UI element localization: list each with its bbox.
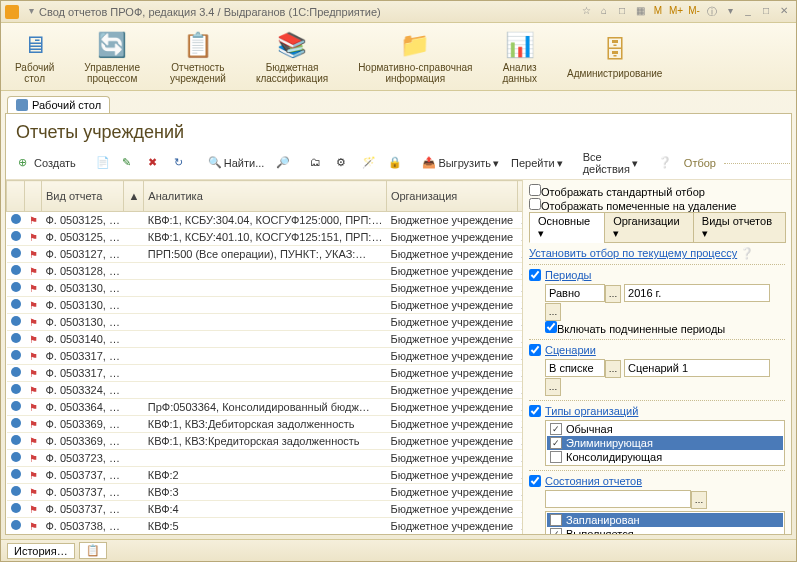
checkbox-icon[interactable] xyxy=(550,514,562,526)
table-row[interactable]: ⚑Ф. 0503127, …ПРП:500 (Все операции), ПУ… xyxy=(7,246,524,263)
show-std-filter[interactable]: Отображать стандартный отбор xyxy=(529,184,785,198)
titlebar-btn-2[interactable]: □ xyxy=(614,5,630,19)
main-menu-4[interactable]: 📁Нормативно-справочнаяинформация xyxy=(352,27,478,86)
table-row[interactable]: ⚑Ф. 0503369, …КВФ:1, КВЗ:Дебиторская зад… xyxy=(7,416,524,433)
tool4-button[interactable]: 🔒 xyxy=(384,154,406,172)
filter-tab-0[interactable]: Основные ▾ xyxy=(529,212,605,243)
titlebar-btn-3[interactable]: ▦ xyxy=(632,5,648,19)
main-menu-0[interactable]: 🖥Рабочийстол xyxy=(9,27,60,86)
table-row[interactable]: ⚑Ф. 0503737, …КВФ:2Бюджетное учреждение2… xyxy=(7,467,524,484)
states-checkbox[interactable] xyxy=(529,475,541,487)
periods-checkbox[interactable] xyxy=(529,269,541,281)
titlebar-btn-10[interactable]: □ xyxy=(758,5,774,19)
list-item[interactable]: ✓Выполняется xyxy=(547,527,783,534)
filter-tab-1[interactable]: Организации ▾ xyxy=(604,212,694,243)
main-menu-6[interactable]: 🗄Администрирование xyxy=(561,27,668,86)
col-1[interactable] xyxy=(25,181,42,212)
incl-sub-checkbox[interactable] xyxy=(545,321,557,333)
table-row[interactable]: ⚑Ф. 0503324, …Бюджетное учреждение2016 г… xyxy=(7,382,524,399)
table-row[interactable]: ⚑Ф. 0503723, …Бюджетное учреждение2016 г… xyxy=(7,450,524,467)
table-row[interactable]: ⚑Ф. 0503130, …Бюджетное учреждение2016 г… xyxy=(7,280,524,297)
period-op-dd[interactable]: … xyxy=(605,285,621,303)
titlebar-btn-6[interactable]: M- xyxy=(686,5,702,19)
copy-button[interactable]: 📄 xyxy=(92,154,114,172)
col-0[interactable] xyxy=(7,181,25,212)
table-row[interactable]: ⚑Ф. 0503364, …ПрФ:0503364, Консолидирова… xyxy=(7,399,524,416)
std-checkbox[interactable] xyxy=(529,184,541,196)
del-checkbox[interactable] xyxy=(529,198,541,210)
period-op-input[interactable] xyxy=(545,284,605,302)
titlebar-btn-0[interactable]: ☆ xyxy=(578,5,594,19)
tab-desktop[interactable]: Рабочий стол xyxy=(7,96,110,113)
col-3[interactable]: ▲ xyxy=(124,181,144,212)
titlebar-btn-1[interactable]: ⌂ xyxy=(596,5,612,19)
set-filter-link[interactable]: Установить отбор по текущему процессу xyxy=(529,247,737,259)
orgtypes-checkbox[interactable] xyxy=(529,405,541,417)
scen-checkbox[interactable] xyxy=(529,344,541,356)
table-row[interactable]: ⚑Ф. 0503369, …КВФ:1, КВЗ:Кредиторская за… xyxy=(7,433,524,450)
titlebar-btn-7[interactable]: ⓘ xyxy=(704,5,720,19)
scen-op-input[interactable] xyxy=(545,359,605,377)
titlebar-btn-8[interactable]: ▾ xyxy=(722,5,738,19)
tool1-button[interactable]: 🗂 xyxy=(306,154,328,172)
goto-button[interactable]: Перейти ▾ xyxy=(507,155,567,172)
help-button[interactable]: ❔ xyxy=(654,154,676,172)
table-row[interactable]: ⚑Ф. 0503128, …Бюджетное учреждение2016 г… xyxy=(7,263,524,280)
table-row[interactable]: ⚑Ф. 0503738, …КВФ:5Бюджетное учреждение2… xyxy=(7,518,524,535)
clear-search-button[interactable]: 🔎 xyxy=(272,154,294,172)
edit-button[interactable]: ✎ xyxy=(118,154,140,172)
table-row[interactable]: ⚑Ф. 0503737, …КВФ:3Бюджетное учреждение2… xyxy=(7,484,524,501)
col-5[interactable]: Организация xyxy=(386,181,517,212)
main-menu-5[interactable]: 📊Анализданных xyxy=(496,27,543,86)
scen-val-input[interactable] xyxy=(624,359,770,377)
list-item[interactable]: Консолидирующая xyxy=(547,450,783,464)
table-row[interactable]: ⚑Ф. 0503125, …КВФ:1, КСБУ:304.04, КОСГУФ… xyxy=(7,212,524,229)
table-row[interactable]: ⚑Ф. 0503140, …Бюджетное учреждение2016 г… xyxy=(7,331,524,348)
main-menu-1[interactable]: 🔄Управлениепроцессом xyxy=(78,27,146,86)
main-menu-3[interactable]: 📚Бюджетнаяклассификация xyxy=(250,27,334,86)
refresh-button[interactable]: ↻ xyxy=(170,154,192,172)
states-input[interactable] xyxy=(545,490,691,508)
table-row[interactable]: ⚑Ф. 0503737, …КВФ:4Бюджетное учреждение2… xyxy=(7,501,524,518)
table-row[interactable]: ⚑Ф. 0503130, …Бюджетное учреждение2016 г… xyxy=(7,314,524,331)
checkbox-icon[interactable]: ✓ xyxy=(550,423,562,435)
period-val-input[interactable] xyxy=(624,284,770,302)
reports-grid[interactable]: Вид отчета▲АналитикаОрганизацияПериод от… xyxy=(6,180,523,534)
titlebar-btn-4[interactable]: M xyxy=(650,5,666,19)
states-dd[interactable]: … xyxy=(691,491,707,509)
table-row[interactable]: ⚑Ф. 0503317, …Бюджетное учреждение2016 г… xyxy=(7,365,524,382)
help-icon[interactable]: ❔ xyxy=(740,247,754,259)
titlebar-btn-5[interactable]: M+ xyxy=(668,5,684,19)
titlebar-btn-9[interactable]: _ xyxy=(740,5,756,19)
states-list[interactable]: Запланирован✓Выполняется✓ПодготовленУтве… xyxy=(545,511,785,534)
tool3-button[interactable]: 🪄 xyxy=(358,154,380,172)
show-deleted-filter[interactable]: Отображать помеченные на удаление xyxy=(529,198,785,212)
scen-op-dd[interactable]: … xyxy=(605,360,621,378)
create-button[interactable]: ⊕Создать xyxy=(14,154,80,172)
table-row[interactable]: ⚑Ф. 0503317, …Бюджетное учреждение2016 г… xyxy=(7,348,524,365)
find-button[interactable]: 🔍Найти... xyxy=(204,154,269,172)
col-2[interactable]: Вид отчета xyxy=(42,181,124,212)
orgtypes-list[interactable]: ✓Обычная✓ЭлиминирующаяКонсолидирующая xyxy=(545,420,785,466)
tool2-button[interactable]: ⚙ xyxy=(332,154,354,172)
list-item[interactable]: ✓Элиминирующая xyxy=(547,436,783,450)
col-4[interactable]: Аналитика xyxy=(144,181,387,212)
scen-val-dd[interactable]: … xyxy=(545,378,561,396)
table-row[interactable]: ⚑Ф. 0503125, …КВФ:1, КСБУ:401.10, КОСГУФ… xyxy=(7,229,524,246)
all-actions-button[interactable]: Все действия ▾ xyxy=(579,149,642,177)
status-tool-button[interactable]: 📋 xyxy=(79,542,107,559)
period-val-dd[interactable]: … xyxy=(545,303,561,321)
dropdown-icon[interactable]: ▾ xyxy=(23,5,39,19)
table-row[interactable]: ⚑Ф. 0503130, …Бюджетное учреждение2016 г… xyxy=(7,297,524,314)
checkbox-icon[interactable]: ✓ xyxy=(550,437,562,449)
list-item[interactable]: ✓Обычная xyxy=(547,422,783,436)
list-item[interactable]: Запланирован xyxy=(547,513,783,527)
checkbox-icon[interactable]: ✓ xyxy=(550,528,562,534)
titlebar-btn-11[interactable]: ✕ xyxy=(776,5,792,19)
main-menu-2[interactable]: 📋Отчетностьучреждений xyxy=(164,27,232,86)
upload-button[interactable]: 📤Выгрузить ▾ xyxy=(418,154,503,172)
delete-button[interactable]: ✖ xyxy=(144,154,166,172)
history-button[interactable]: История… xyxy=(7,543,75,559)
checkbox-icon[interactable] xyxy=(550,451,562,463)
filter-tab-2[interactable]: Виды отчетов ▾ xyxy=(693,212,786,243)
